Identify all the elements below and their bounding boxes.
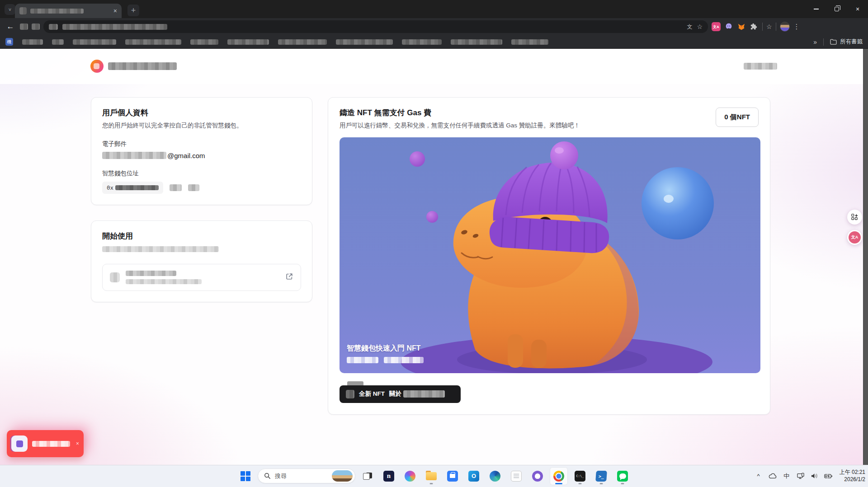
header-account-redacted[interactable] [744, 63, 777, 70]
site-brand[interactable] [90, 60, 177, 73]
onedrive-icon[interactable] [768, 471, 778, 482]
taskbar-copilot[interactable] [401, 467, 419, 485]
hidden-icons-chevron[interactable]: ^ [754, 471, 764, 482]
browser-menu-icon[interactable]: ⋮ [793, 23, 800, 31]
bookmark-item[interactable] [125, 39, 181, 45]
bookmark-item[interactable] [402, 39, 442, 45]
taskbar-terminal[interactable]: C:\_ [571, 467, 589, 485]
profile-card-subtitle: 您的用戶始終可以完全掌控自己的非託管智慧錢包。 [102, 121, 301, 130]
mint-nft-button[interactable]: 全新 NFT 關於 [340, 385, 461, 403]
taskbar-github[interactable] [528, 467, 547, 485]
start-button[interactable] [236, 467, 255, 485]
ime-language-indicator[interactable]: 中 [782, 471, 792, 482]
notification-toast[interactable]: × [7, 430, 84, 457]
search-label: 搜尋 [275, 472, 328, 480]
translate-extension-icon[interactable]: 文A [712, 22, 721, 31]
getting-started-title: 開始使用 [102, 231, 301, 241]
nft-count-badge[interactable]: 0 個NFT [716, 108, 759, 127]
clock-time: 上午 02:21 [840, 469, 865, 475]
taskbar-store[interactable] [443, 467, 462, 485]
wallet-action-2-redacted[interactable] [188, 184, 199, 191]
nft-card-title: 鑄造 NFT 無需支付 Gas 費 [340, 108, 580, 118]
metamask-extension-icon[interactable] [737, 22, 746, 31]
taskbar-clock[interactable]: 上午 02:21 2026/1/2 [838, 469, 865, 483]
browser-titlebar: ˅ × + × [0, 0, 868, 18]
running-indicator [430, 483, 433, 484]
bookmarks-overflow-chevron[interactable]: » [813, 38, 817, 46]
wallet-action-redacted[interactable] [170, 184, 182, 191]
immersive-translate-button[interactable]: 文A [847, 230, 862, 245]
task-view-button[interactable] [359, 467, 377, 485]
nft-card: 鑄造 NFT 無需支付 Gas 費 用戶可以進行鑄幣、交易和兌換，無需支付任何手… [328, 97, 770, 415]
windows-logo-icon [241, 471, 250, 481]
pinned-bookmark-icon[interactable]: 機 [5, 38, 13, 46]
window-minimize-button[interactable] [806, 0, 826, 18]
bookmark-item[interactable] [227, 39, 269, 45]
back-button[interactable]: ← [5, 22, 16, 31]
forward-button-redacted[interactable] [20, 23, 28, 30]
notion-icon: n [383, 471, 394, 482]
link-row-title-redacted [126, 271, 176, 276]
wallet-label: 智慧錢包位址 [102, 169, 301, 178]
webpage-viewport: 用戶個人資料 您的用戶始終可以完全掌控自己的非託管智慧錢包。 電子郵件 @gma… [0, 49, 868, 465]
toast-close-icon[interactable]: × [76, 440, 79, 447]
toast-app-icon [11, 435, 28, 452]
page-scrollbar[interactable] [863, 49, 868, 465]
network-display-icon[interactable] [796, 471, 806, 482]
translate-page-icon[interactable]: 文 [687, 23, 692, 31]
bookmark-item[interactable] [190, 39, 218, 45]
profile-avatar[interactable] [780, 22, 790, 32]
chrome-icon [553, 471, 564, 482]
extensions-puzzle-icon[interactable] [750, 22, 759, 31]
bookmark-item[interactable] [52, 39, 64, 45]
bookmark-star-icon[interactable]: ☆ [697, 23, 703, 30]
side-panel-star-icon[interactable]: ☆ [766, 23, 772, 30]
bookmark-item[interactable] [336, 39, 393, 45]
battery-icon[interactable] [824, 471, 834, 482]
bookmark-item[interactable] [73, 39, 116, 45]
nft-card-subtitle: 用戶可以進行鑄幣、交易和兌換，無需支付任何手續費或透過 Gas 贊助註冊。來體驗… [340, 121, 580, 130]
page-content: 用戶個人資料 您的用戶始終可以完全掌控自己的非託管智慧錢包。 電子郵件 @gma… [0, 97, 863, 415]
fox-icon [737, 23, 745, 31]
tab-search-button[interactable]: ˅ [5, 4, 15, 15]
restore-icon [835, 7, 839, 11]
taskbar-notepad[interactable] [507, 467, 525, 485]
site-brand-name-redacted [108, 62, 177, 70]
bookmark-item[interactable] [22, 39, 43, 45]
reload-button-redacted[interactable] [32, 23, 40, 30]
collect-widget-button[interactable] [847, 210, 862, 225]
powershell-icon: >_ [595, 471, 607, 482]
taskbar-outlook[interactable]: O [465, 467, 483, 485]
taskbar-line[interactable] [613, 467, 632, 485]
site-info-icon-redacted[interactable] [49, 24, 58, 30]
wallet-address-pill[interactable]: 0x [102, 182, 163, 194]
tab-favicon [19, 7, 27, 14]
mint-button-label-2: 關於 [389, 390, 401, 398]
bookmark-item[interactable] [451, 39, 502, 45]
taskbar-powershell[interactable]: >_ [592, 467, 610, 485]
taskbar-chrome-active[interactable] [550, 467, 568, 485]
taskbar-file-explorer[interactable] [422, 467, 440, 485]
taskbar-notion[interactable]: n [380, 467, 398, 485]
notepad-icon [511, 471, 522, 482]
bookmark-item[interactable] [511, 39, 548, 45]
new-tab-button[interactable]: + [127, 5, 139, 16]
bookmark-item[interactable] [278, 39, 327, 45]
mint-button-label-1: 全新 NFT [359, 390, 385, 398]
browser-tab[interactable]: × [15, 4, 122, 18]
search-highlight-image[interactable] [332, 470, 353, 482]
volume-icon[interactable] [810, 471, 820, 482]
all-bookmarks-button[interactable]: 所有書籤 [830, 38, 863, 46]
folder-icon [830, 39, 837, 45]
url-text-redacted [62, 24, 167, 30]
taskbar-edge[interactable] [486, 467, 504, 485]
external-link-icon[interactable] [285, 272, 293, 282]
taskbar-search[interactable]: 搜尋 [258, 468, 355, 483]
window-close-button[interactable]: × [847, 0, 868, 18]
tab-close-icon[interactable]: × [113, 8, 117, 14]
translate-float-icon: 文A [849, 231, 861, 244]
window-restore-button[interactable] [826, 0, 847, 18]
address-bar[interactable]: 文 ☆ [43, 20, 708, 33]
phantom-wallet-extension-icon[interactable] [724, 22, 733, 31]
getting-started-link-row[interactable] [102, 264, 301, 291]
